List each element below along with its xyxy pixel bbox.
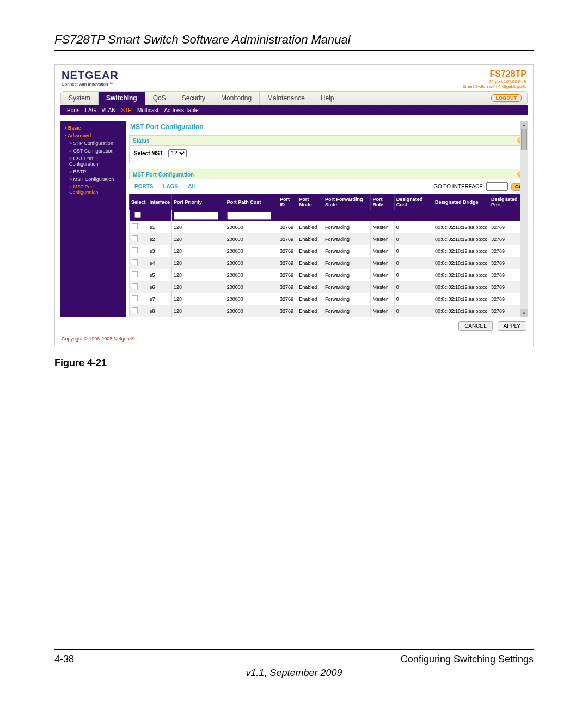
lags-tab[interactable]: LAGS xyxy=(158,182,182,191)
cell-priority: 128 xyxy=(172,257,225,269)
priority-input[interactable] xyxy=(174,212,218,220)
side-advanced[interactable]: • Advanced xyxy=(60,132,126,139)
model-label: FS728TP xyxy=(462,69,526,79)
status-body: Select MST 12 xyxy=(129,145,528,163)
cell-fwdstate: Forwarding xyxy=(323,281,371,293)
side-cst[interactable]: » CST Configuration xyxy=(60,147,126,155)
table-row: e212820000032769EnabledForwardingMaster0… xyxy=(130,233,528,245)
button-bar: CANCEL APPLY xyxy=(55,318,533,334)
row-checkbox[interactable] xyxy=(132,283,138,290)
cell-interface: e3 xyxy=(148,245,172,257)
apply-button[interactable]: APPLY xyxy=(498,321,527,331)
cell-desbridge: 80:0c:02:18:12:aa:bb:cc xyxy=(433,233,489,245)
subtab-ports[interactable]: Ports xyxy=(67,107,79,113)
subtab-lag[interactable]: LAG xyxy=(85,107,96,113)
side-mst-port[interactable]: » MST Port Configuration xyxy=(60,183,126,196)
cancel-button[interactable]: CANCEL xyxy=(458,321,493,331)
cell-descost: 0 xyxy=(394,233,433,245)
page-number: 4-38 xyxy=(54,654,74,665)
cell-pathcost: 200000 xyxy=(225,293,278,305)
cell-priority: 128 xyxy=(172,305,225,317)
goto-input[interactable] xyxy=(486,182,508,191)
cell-fwdstate: Forwarding xyxy=(323,221,371,233)
side-basic[interactable]: • Basic xyxy=(60,124,126,132)
cell-fwdstate: Forwarding xyxy=(323,233,371,245)
cell-fwdstate: Forwarding xyxy=(323,293,371,305)
tab-monitoring[interactable]: Monitoring xyxy=(213,92,260,105)
input-row xyxy=(130,210,528,221)
cell-desbridge: 80:0c:02:18:12:aa:bb:cc xyxy=(433,281,489,293)
row-checkbox[interactable] xyxy=(132,307,138,314)
cell-interface: e2 xyxy=(148,233,172,245)
side-rstp[interactable]: » RSTP xyxy=(60,168,126,175)
th-priority: Port Priority xyxy=(172,194,225,210)
tab-help[interactable]: Help xyxy=(313,92,342,105)
row-checkbox[interactable] xyxy=(132,223,138,230)
mst-port-header: MST Port Configuration ? xyxy=(129,169,528,179)
tab-maintenance[interactable]: Maintenance xyxy=(260,92,313,105)
cell-pathcost: 200000 xyxy=(225,281,278,293)
goto-interface-row: PORTS LAGS All GO TO INTERFACE GO xyxy=(129,179,528,194)
select-mst-dropdown[interactable]: 12 xyxy=(168,149,187,157)
subtab-multicast[interactable]: Multicast xyxy=(137,107,158,113)
select-mst-label: Select MST xyxy=(134,150,163,156)
logout-button[interactable]: LOGOUT xyxy=(491,94,522,102)
scrollbar[interactable]: ▲ ▼ xyxy=(520,121,528,317)
status-header: Status ? xyxy=(129,135,528,145)
side-mst[interactable]: » MST Configuration xyxy=(60,175,126,183)
row-checkbox[interactable] xyxy=(132,259,138,266)
th-portmode: Port Mode xyxy=(297,194,323,210)
cell-desbridge: 80:0c:02:18:12:aa:bb:cc xyxy=(433,257,489,269)
doc-version: v1.1, September 2009 xyxy=(54,667,534,679)
side-cst-port[interactable]: » CST Port Configuration xyxy=(60,155,126,168)
th-portid: Port ID xyxy=(278,194,297,210)
ports-tab[interactable]: PORTS xyxy=(130,182,157,191)
all-tab[interactable]: All xyxy=(183,182,199,191)
cell-descost: 0 xyxy=(394,269,433,281)
cell-priority: 128 xyxy=(172,281,225,293)
cell-desbridge: 80:0c:02:18:12:aa:bb:cc xyxy=(433,221,489,233)
subtab-addresstable[interactable]: Address Table xyxy=(164,107,198,113)
scroll-thumb[interactable] xyxy=(521,129,527,150)
sub-tabs: Ports LAG VLAN STP Multicast Address Tab… xyxy=(60,105,528,115)
side-stp[interactable]: » STP Configuration xyxy=(60,139,126,147)
tab-qos[interactable]: QoS xyxy=(145,92,174,105)
cell-pathcost: 200000 xyxy=(225,269,278,281)
cell-mode: Enabled xyxy=(297,269,323,281)
row-checkbox[interactable] xyxy=(132,247,138,254)
sidebar: • Basic • Advanced » STP Configuration »… xyxy=(60,121,126,317)
tab-security[interactable]: Security xyxy=(174,92,213,105)
cell-interface: e5 xyxy=(148,269,172,281)
tab-system[interactable]: System xyxy=(61,92,99,105)
cell-role: Master xyxy=(371,305,394,317)
model-sub1: 24-port 10/100 PoE xyxy=(462,79,526,84)
cell-portid: 32769 xyxy=(278,293,297,305)
scroll-up-icon[interactable]: ▲ xyxy=(520,121,528,129)
cell-mode: Enabled xyxy=(297,257,323,269)
scroll-down-icon[interactable]: ▼ xyxy=(520,309,528,317)
cell-role: Master xyxy=(371,257,394,269)
select-all-checkbox[interactable] xyxy=(132,212,143,218)
cell-mode: Enabled xyxy=(297,293,323,305)
main-panel: MST Port Configuration Status ? Select M… xyxy=(126,121,528,317)
cell-role: Master xyxy=(371,281,394,293)
cell-role: Master xyxy=(371,245,394,257)
tab-switching[interactable]: Switching xyxy=(99,92,145,105)
row-checkbox[interactable] xyxy=(132,271,138,278)
cell-mode: Enabled xyxy=(297,233,323,245)
cell-priority: 128 xyxy=(172,233,225,245)
brand-bar: NETGEAR Connect with Innovation ™ FS728T… xyxy=(55,65,533,91)
cell-role: Master xyxy=(371,293,394,305)
row-checkbox[interactable] xyxy=(132,235,138,242)
model-sub2: Smart Switch with 4 Gigabit ports xyxy=(462,84,526,89)
page-footer: 4-38 Configuring Switching Settings v1.1… xyxy=(0,649,588,706)
cell-mode: Enabled xyxy=(297,221,323,233)
cell-interface: e6 xyxy=(148,281,172,293)
subtab-vlan[interactable]: VLAN xyxy=(101,107,115,113)
cell-desbridge: 80:0c:02:18:12:aa:bb:cc xyxy=(433,245,489,257)
pathcost-input[interactable] xyxy=(227,212,271,220)
row-checkbox[interactable] xyxy=(132,295,138,302)
table-row: e112820000032769EnabledForwardingMaster0… xyxy=(130,221,528,233)
section-title: Configuring Switching Settings xyxy=(401,654,534,665)
subtab-stp[interactable]: STP xyxy=(121,107,131,113)
